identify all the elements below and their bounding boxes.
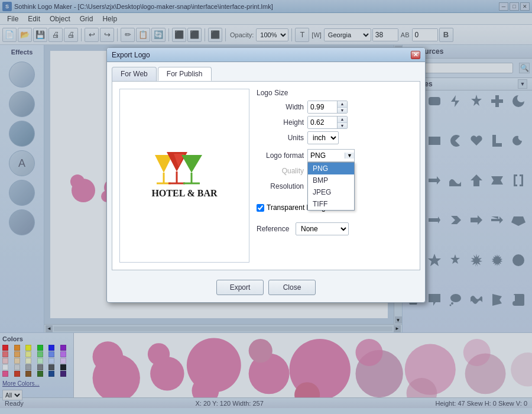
logo-image: HOTEL & BAR: [131, 143, 238, 208]
units-select[interactable]: inch cm mm px: [307, 131, 339, 144]
dialog-title: Export Logo: [112, 51, 411, 59]
format-option-jpeg[interactable]: JPEG: [308, 186, 354, 198]
tab-for-publish[interactable]: For Publish: [158, 67, 212, 81]
quality-label: Quality: [257, 167, 304, 175]
height-up[interactable]: ▲: [338, 117, 347, 123]
export-button[interactable]: Export: [216, 280, 264, 295]
units-label: Units: [257, 134, 304, 142]
logo-svg-area: HOTEL & BAR: [120, 89, 249, 262]
close-button[interactable]: Close: [268, 280, 316, 295]
logo-size-label: Logo Size: [257, 89, 413, 97]
height-spinner[interactable]: 0.62 ▲ ▼: [307, 116, 348, 129]
format-dropdown-arrow[interactable]: ▼: [345, 153, 354, 159]
height-label: Height: [257, 118, 304, 127]
width-up[interactable]: ▲: [338, 101, 347, 108]
dialog-tabs: For Web For Publish: [112, 67, 420, 81]
resolution-label: Resolution: [257, 182, 304, 190]
format-dropdown-container: PNG ▼ PNG BMP JPEG TIFF: [307, 149, 355, 162]
dialog-close-button[interactable]: ✕: [411, 51, 420, 59]
logo-size-section: Logo Size Width 0.99 ▲ ▼: [257, 89, 413, 193]
format-option-bmp[interactable]: BMP: [308, 174, 354, 186]
height-row: Height 0.62 ▲ ▼: [257, 116, 413, 129]
dialog-titlebar: Export Logo ✕: [107, 48, 425, 62]
width-row: Width 0.99 ▲ ▼: [257, 101, 413, 114]
logo-preview: HOTEL & BAR: [119, 89, 249, 263]
dialog-buttons: Export Close: [112, 280, 420, 297]
format-row: Logo format PNG ▼ PNG BMP J: [257, 149, 413, 162]
reference-select[interactable]: None: [296, 222, 349, 235]
units-row: Units inch cm mm px: [257, 131, 413, 144]
reference-label: Reference: [257, 225, 292, 233]
dialog-body: For Web For Publish: [107, 62, 425, 302]
width-spinner[interactable]: 0.99 ▲ ▼: [307, 101, 348, 114]
modal-overlay: Export Logo ✕ For Web For Publish: [0, 0, 532, 414]
format-option-tiff[interactable]: TIFF: [308, 198, 354, 210]
tab-for-web[interactable]: For Web: [112, 67, 157, 81]
transparent-checkbox[interactable]: [257, 204, 264, 212]
format-value: PNG: [308, 151, 345, 160]
width-input[interactable]: 0.99: [308, 101, 338, 113]
height-input[interactable]: 0.62: [308, 117, 338, 128]
format-label: Logo format: [257, 151, 304, 160]
format-option-png[interactable]: PNG: [308, 163, 354, 174]
width-down[interactable]: ▼: [338, 108, 347, 114]
svg-marker-60: [181, 155, 202, 173]
tab-content: HOTEL & BAR Logo Size Width 0.99: [112, 81, 420, 270]
form-area: Logo Size Width 0.99 ▲ ▼: [257, 89, 413, 263]
reference-row: Reference None: [257, 222, 413, 235]
height-down[interactable]: ▼: [338, 123, 347, 129]
format-dropdown-list[interactable]: PNG BMP JPEG TIFF: [307, 162, 355, 211]
export-dialog: Export Logo ✕ For Web For Publish: [106, 47, 426, 303]
format-select-button[interactable]: PNG ▼: [307, 149, 355, 162]
width-label: Width: [257, 103, 304, 111]
svg-text:HOTEL & BAR: HOTEL & BAR: [151, 188, 218, 198]
